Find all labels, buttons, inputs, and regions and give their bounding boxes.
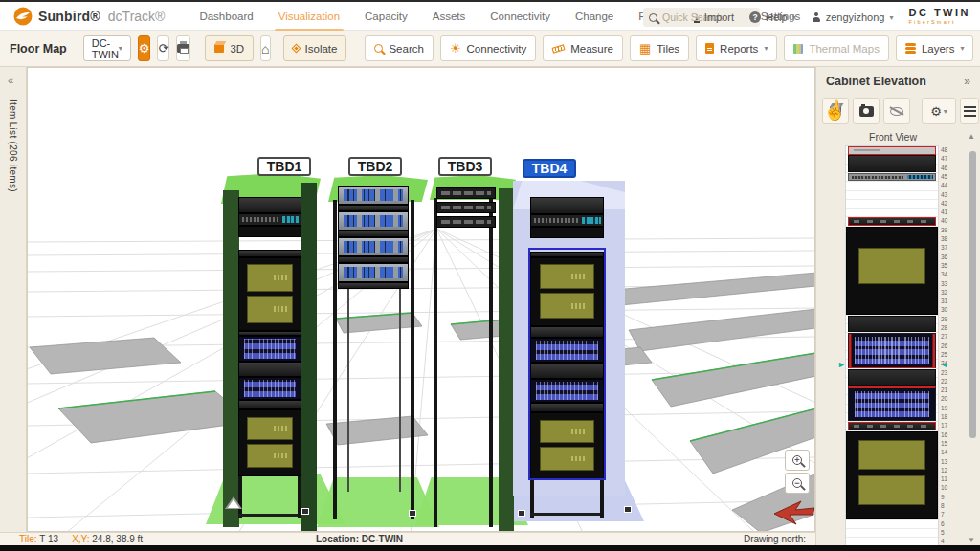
item-list-collapsed-panel: « Item List (206 items) — [0, 67, 27, 532]
u-number-5: 5 — [941, 528, 956, 537]
u-number-29: 29 — [941, 315, 956, 323]
u-number-43: 43 — [941, 190, 956, 199]
location-readout: Location: DC-TWIN — [316, 534, 403, 544]
u-number-45: 45 — [941, 172, 956, 181]
refresh-icon: ⟳ — [158, 42, 168, 55]
report-icon — [705, 43, 714, 54]
view-label: Floor Map — [10, 42, 67, 55]
collapse-chevron-icon[interactable]: « — [8, 75, 13, 86]
expand-chevron-icon[interactable]: » — [964, 75, 970, 88]
isolate-icon — [291, 44, 301, 54]
cabinet-elevation-rack[interactable]: ► ◄ — [845, 145, 939, 551]
search-button[interactable]: Search — [365, 35, 433, 61]
xy-readout: X,Y: 24.8, 38.9 ft — [72, 534, 143, 544]
brand: Sunbird® dcTrack® — [0, 7, 165, 26]
elevation-unit-u40[interactable] — [848, 217, 936, 226]
u-number-6: 6 — [941, 519, 956, 528]
user-menu[interactable]: zengyizhong ▾ — [812, 11, 894, 23]
nav-item-connectivity[interactable]: Connectivity — [490, 11, 550, 22]
print-button[interactable] — [176, 35, 190, 61]
rack-label-tbd4[interactable]: TBD4 — [523, 159, 576, 178]
zoom-in-icon: + — [792, 455, 802, 465]
brand-name: Sunbird® — [38, 9, 100, 24]
elevation-unit-u17[interactable] — [848, 422, 936, 430]
u-number-12: 12 — [941, 466, 956, 474]
import-icon: ↓ — [694, 12, 700, 23]
scroll-up-icon[interactable]: ▲ — [968, 132, 975, 141]
3d-toggle-button[interactable]: 3D — [205, 35, 254, 61]
chevron-down-icon: ▾ — [889, 13, 893, 22]
u-number-35: 35 — [941, 261, 956, 270]
elevation-unit-u48[interactable] — [848, 146, 936, 155]
rack-label-tbd3[interactable]: TBD3 — [438, 157, 492, 176]
settings-button[interactable]: ⚙ — [138, 35, 151, 61]
selection-arrow-right: ◄ — [940, 361, 948, 369]
panel-settings-button[interactable]: ⚙ ▾ — [922, 98, 956, 124]
snapshot-button[interactable] — [853, 98, 880, 124]
nav-item-change[interactable]: Change — [575, 11, 613, 22]
camera-icon — [859, 106, 874, 117]
username: zengyizhong — [826, 11, 885, 23]
chevron-down-icon: ▾ — [792, 13, 796, 22]
elevation-unit-u39[interactable] — [846, 227, 938, 315]
u-number-26: 26 — [941, 342, 956, 350]
home-button[interactable]: ⌂ — [260, 35, 270, 61]
help-icon: ? — [749, 11, 761, 23]
help-menu[interactable]: ? Help ▾ — [749, 11, 796, 23]
print-icon — [177, 44, 189, 53]
elevation-scrollbar[interactable] — [969, 151, 976, 438]
isolate-button[interactable]: Isolate — [283, 35, 347, 61]
measure-button[interactable]: Measure — [543, 35, 623, 61]
thermal-maps-button[interactable]: Thermal Maps — [784, 35, 889, 61]
north-arrow-icon — [772, 498, 815, 527]
u-number-36: 36 — [941, 253, 956, 261]
hide-button[interactable] — [883, 98, 910, 124]
connectivity-button[interactable]: ☀ Connectivity — [440, 35, 536, 61]
u-number-13: 13 — [941, 457, 956, 466]
connectivity-icon: ☀ — [450, 42, 461, 55]
elevation-unit-u27[interactable] — [848, 333, 936, 367]
zoom-out-icon: − — [792, 478, 802, 488]
3d-cube-icon — [214, 44, 224, 53]
floor-marker — [518, 510, 525, 517]
elevation-unit-u29[interactable] — [848, 316, 936, 333]
rack-label-tbd2[interactable]: TBD2 — [348, 157, 402, 176]
elevation-unit-u21[interactable] — [848, 386, 936, 421]
refresh-button[interactable]: ⟳ — [157, 35, 169, 61]
zoom-out-button[interactable]: − — [785, 473, 810, 494]
selection-arrow-left: ► — [837, 361, 846, 369]
navbar-right: ↓ Import ? Help ▾ zengyizhong ▾ DC TWIN … — [694, 2, 970, 33]
tiles-button[interactable]: ▦ Tiles — [630, 35, 689, 61]
chevron-down-icon: ▾ — [944, 107, 947, 116]
elevation-unit-u23[interactable] — [848, 369, 936, 386]
elevation-unit-u45[interactable] — [848, 173, 936, 182]
front-view-label: Front View — [853, 131, 933, 143]
gear-icon: ⚙ — [930, 105, 942, 118]
u-number-20: 20 — [941, 394, 956, 403]
u-number-21: 21 — [941, 386, 956, 394]
nav-item-dashboard[interactable]: Dashboard — [199, 11, 253, 22]
nav-item-visualization[interactable]: Visualization — [278, 11, 340, 22]
hamburger-icon — [964, 106, 976, 117]
floor-select[interactable]: DC-TWIN ▾ — [83, 35, 131, 61]
chevron-down-icon: ▾ — [764, 44, 768, 53]
item-list-title[interactable]: Item List (206 items) — [8, 99, 18, 192]
import-button[interactable]: ↓ Import — [694, 11, 734, 23]
u-number-19: 19 — [941, 404, 956, 412]
nav-item-assets[interactable]: Assets — [433, 11, 466, 22]
u-number-31: 31 — [941, 297, 956, 305]
floor-map-3d-canvas[interactable]: TBD1 TBD2 TBD3 TBD4 + − — [27, 67, 815, 532]
elevation-unit-u47[interactable] — [848, 155, 936, 172]
rack-label-tbd1[interactable]: TBD1 — [257, 157, 311, 176]
u-number-14: 14 — [941, 448, 956, 456]
floor-marker — [301, 508, 309, 515]
panel-menu-button[interactable] — [960, 98, 979, 124]
nav-item-capacity[interactable]: Capacity — [365, 11, 408, 22]
scroll-down-icon[interactable]: ▼ — [968, 536, 975, 544]
reports-button[interactable]: Reports ▾ — [696, 35, 777, 61]
u-number-42: 42 — [941, 199, 956, 208]
elevation-unit-u16[interactable] — [846, 431, 938, 519]
zoom-in-button[interactable]: + — [785, 450, 810, 471]
letterbox-strip — [0, 545, 980, 551]
layers-button[interactable]: Layers ▾ — [896, 35, 974, 61]
